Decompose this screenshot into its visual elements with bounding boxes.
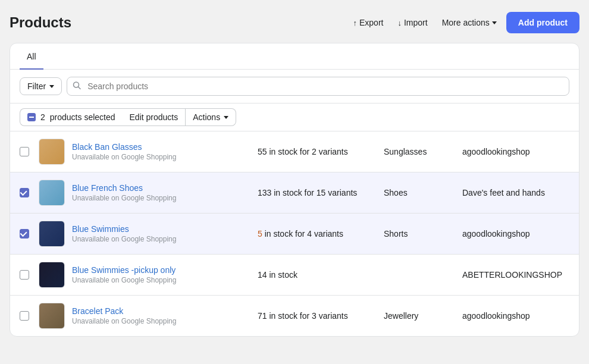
stock-cell: 5 in stock for 4 variants (258, 229, 377, 239)
import-icon: ↓ (397, 18, 402, 27)
category-cell: Sunglasses (384, 147, 455, 156)
category-cell: Jewellery (384, 311, 455, 321)
add-product-button[interactable]: Add product (506, 12, 579, 33)
stock-cell: 14 in stock (258, 270, 377, 280)
checkbox-cell (20, 188, 32, 197)
page-container: Products ↑ Export ↓ Import More actions … (0, 0, 589, 364)
filter-chevron-icon (49, 85, 54, 88)
table-row: Blue French ShoesUnavailable on Google S… (10, 172, 579, 214)
stock-cell: 133 in stock for 15 variants (258, 188, 377, 197)
product-checkbox[interactable] (20, 147, 29, 156)
stock-warning: 5 (258, 229, 262, 239)
export-icon: ↑ (353, 18, 357, 27)
page-header: Products ↑ Export ↓ Import More actions … (10, 12, 579, 33)
checkbox-cell (20, 311, 32, 321)
product-name[interactable]: Black Ban Glasses (72, 142, 142, 152)
svg-line-1 (79, 87, 81, 89)
product-name[interactable]: Blue Swimmies -pickup only (72, 265, 176, 275)
products-card: All Filter 2 (10, 43, 579, 337)
table-row: Blue SwimmiesUnavailable on Google Shopp… (10, 214, 579, 255)
import-button[interactable]: ↓ Import (393, 14, 432, 31)
edit-products-button[interactable]: Edit products (123, 108, 186, 126)
page-title: Products (10, 14, 71, 31)
more-actions-button[interactable]: More actions (437, 14, 502, 31)
actions-button[interactable]: Actions (186, 108, 236, 126)
vendor-cell: ABETTERLOOKINGSHOP (462, 270, 569, 280)
stock-cell: 55 in stock for 2 variants (258, 147, 377, 156)
search-container (67, 77, 569, 96)
selection-indicator: 2 products selected (20, 108, 123, 126)
product-name[interactable]: Bracelet Pack (72, 306, 123, 316)
product-subtitle: Unavailable on Google Shopping (72, 194, 250, 202)
selected-label: products selected (50, 112, 115, 122)
product-info: Blue SwimmiesUnavailable on Google Shopp… (72, 224, 250, 243)
product-checkbox[interactable] (20, 229, 29, 239)
product-thumbnail (39, 303, 65, 329)
category-cell: Shoes (384, 188, 455, 197)
product-subtitle: Unavailable on Google Shopping (72, 276, 250, 284)
table-row: Bracelet PackUnavailable on Google Shopp… (10, 296, 579, 336)
toolbar: Filter (10, 70, 579, 103)
export-button[interactable]: ↑ Export (348, 14, 388, 31)
product-thumbnail (39, 262, 65, 288)
product-thumbnail (39, 180, 65, 206)
table-row: Blue Swimmies -pickup onlyUnavailable on… (10, 255, 579, 296)
actions-chevron-icon (224, 116, 228, 119)
table-row: Black Ban GlassesUnavailable on Google S… (10, 131, 579, 172)
product-name[interactable]: Blue French Shoes (72, 183, 143, 193)
product-info: Blue Swimmies -pickup onlyUnavailable on… (72, 265, 250, 284)
product-info: Blue French ShoesUnavailable on Google S… (72, 183, 250, 202)
product-subtitle: Unavailable on Google Shopping (72, 153, 250, 161)
vendor-cell: agoodlookingshop (462, 147, 569, 156)
checkbox-cell (20, 270, 32, 280)
stock-cell: 71 in stock for 3 variants (258, 311, 377, 321)
header-actions: ↑ Export ↓ Import More actions Add produ… (348, 12, 579, 33)
product-name[interactable]: Blue Swimmies (72, 224, 129, 234)
checkbox-cell (20, 229, 32, 239)
category-cell: Shorts (384, 229, 455, 239)
selected-count: 2 (40, 112, 45, 122)
product-subtitle: Unavailable on Google Shopping (72, 235, 250, 243)
minus-icon (27, 113, 36, 121)
tab-all[interactable]: All (20, 43, 43, 70)
chevron-down-icon (492, 21, 497, 24)
product-table: Black Ban GlassesUnavailable on Google S… (10, 131, 579, 336)
product-subtitle: Unavailable on Google Shopping (72, 317, 250, 325)
search-input[interactable] (67, 77, 569, 96)
product-thumbnail (39, 139, 65, 165)
product-checkbox[interactable] (20, 311, 29, 321)
vendor-cell: Dave's feet and hands (462, 188, 569, 197)
vendor-cell: agoodlookingshop (462, 311, 569, 321)
product-checkbox[interactable] (20, 270, 29, 280)
product-thumbnail (39, 221, 65, 247)
product-info: Black Ban GlassesUnavailable on Google S… (72, 142, 250, 161)
checkbox-cell (20, 147, 32, 156)
filter-button[interactable]: Filter (20, 77, 62, 95)
vendor-cell: agoodlookingshop (462, 229, 569, 239)
selection-bar: 2 products selected Edit products Action… (10, 103, 579, 131)
search-icon (73, 81, 81, 92)
product-info: Bracelet PackUnavailable on Google Shopp… (72, 306, 250, 325)
product-checkbox[interactable] (20, 188, 29, 197)
tabs-bar: All (10, 43, 579, 70)
